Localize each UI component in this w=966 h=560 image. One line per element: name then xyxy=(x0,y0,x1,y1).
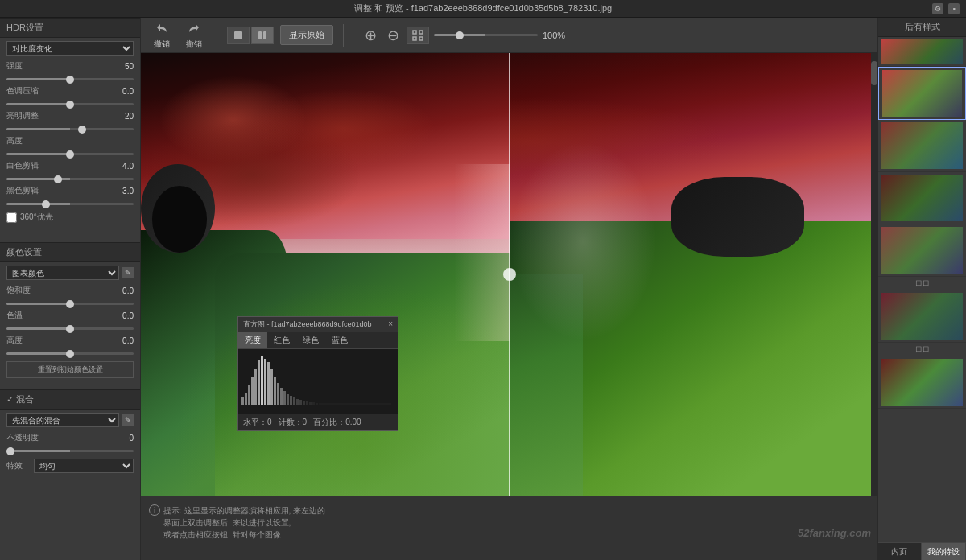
bottom-panel: i 提示: 这里显示的调整器演将相应用, 来左边的 界面上双击调整后, 来以进行… xyxy=(141,496,877,560)
undo-button[interactable]: 撤销 xyxy=(149,19,175,51)
svg-rect-12 xyxy=(258,360,260,405)
window-icon-2[interactable]: ▪ xyxy=(948,3,960,14)
color-temp-slider[interactable] xyxy=(6,327,134,330)
checkbox-360[interactable] xyxy=(6,212,17,223)
strength-slider[interactable] xyxy=(6,78,134,80)
blend-type-select[interactable]: 先混合的混合 xyxy=(6,413,119,427)
thumb-label-row-2: 口口 xyxy=(878,343,966,356)
black-clip-slider[interactable] xyxy=(6,203,134,205)
canvas-area[interactable]: 直方图 - f1ad7ab2eeeb868d9dfce01d0b35d5b8 ×… xyxy=(141,53,877,496)
svg-rect-2 xyxy=(263,31,266,39)
histogram-tab-blue[interactable]: 蓝色 xyxy=(325,332,354,348)
vertical-scrollbar[interactable] xyxy=(871,53,877,496)
tab-inner[interactable]: 内页 xyxy=(877,543,922,560)
svg-rect-23 xyxy=(293,397,295,405)
window-controls[interactable]: ⚙ ▪ xyxy=(932,3,960,14)
svg-rect-18 xyxy=(277,383,279,405)
histogram-close-button[interactable]: × xyxy=(388,319,393,330)
thumb-item-1[interactable] xyxy=(878,37,966,67)
svg-rect-30 xyxy=(316,403,318,405)
histogram-tab-red[interactable]: 红色 xyxy=(267,332,296,348)
display-original-button[interactable]: 显示原始 xyxy=(280,25,333,45)
svg-rect-9 xyxy=(248,385,250,405)
svg-rect-27 xyxy=(306,401,308,405)
highlights-row: 高度 xyxy=(0,134,140,159)
thumb-image-4 xyxy=(881,175,963,221)
histogram-title-bar: 直方图 - f1ad7ab2eeeb868d9dfce01d0b35d5b8 × xyxy=(238,317,398,332)
thumb-image-3 xyxy=(881,122,963,169)
brightness-slider[interactable] xyxy=(6,128,134,130)
toolbar-separator xyxy=(217,24,217,47)
scrollbar-thumb[interactable] xyxy=(871,61,877,85)
svg-rect-10 xyxy=(251,377,254,405)
highlights-slider[interactable] xyxy=(6,153,134,155)
redo-button[interactable]: 撤销 xyxy=(181,19,207,51)
histogram-panel: 直方图 - f1ad7ab2eeeb868d9dfce01d0b35d5b8 ×… xyxy=(237,316,398,431)
view-single-button[interactable] xyxy=(227,27,250,44)
hue-row: 高度 0.0 xyxy=(0,333,140,358)
strength-slider-row: 强度 50 xyxy=(0,59,140,84)
window-title: 调整 和 预览 - f1ad7ab2eeeb868d9dfce01d0b35d5… xyxy=(354,2,612,14)
svg-rect-29 xyxy=(312,402,315,405)
right-panel-header: 后有样式 xyxy=(878,18,966,37)
center-area: 撤销 撤销 显示原始 xyxy=(141,18,877,560)
svg-rect-15 xyxy=(267,362,270,405)
white-clip-slider[interactable] xyxy=(6,178,134,180)
svg-rect-14 xyxy=(264,359,266,405)
toolbar-separator-2 xyxy=(343,24,344,47)
color-compress-slider[interactable] xyxy=(6,103,134,105)
fit-button[interactable] xyxy=(407,27,429,44)
preset-row: 对比度变化 xyxy=(0,38,140,59)
effect-select[interactable]: 均匀 xyxy=(34,459,134,473)
reset-color-button[interactable]: 重置到初始颜色设置 xyxy=(6,361,134,378)
edit-color-icon[interactable]: ✎ xyxy=(122,267,134,278)
window-icon-1[interactable]: ⚙ xyxy=(932,3,943,14)
svg-rect-8 xyxy=(245,393,247,405)
view-split-button[interactable] xyxy=(251,27,274,44)
histogram-tab-brightness[interactable]: 亮度 xyxy=(238,332,267,348)
zoom-in-button[interactable]: ⊕ xyxy=(361,27,379,44)
zoom-slider[interactable] xyxy=(434,34,538,36)
svg-rect-11 xyxy=(254,369,257,405)
saturation-row: 饱和度 0.0 xyxy=(0,283,140,308)
view-mode-buttons xyxy=(227,27,274,44)
brightness-row: 亮明调整 20 xyxy=(0,109,140,134)
base-color-select[interactable]: 图表颜色 xyxy=(6,266,119,280)
opacity-slider[interactable] xyxy=(6,450,134,452)
tab-favorites[interactable]: 我的特设 xyxy=(922,543,966,560)
hdr-section-header: HDR设置 xyxy=(0,18,140,38)
hue-slider[interactable] xyxy=(6,352,134,355)
thumb-item-5[interactable]: ☆ xyxy=(878,224,966,277)
thumb-item-4[interactable]: ☆ xyxy=(878,172,966,224)
thumb-item-6[interactable]: ☆ xyxy=(878,290,966,343)
svg-rect-17 xyxy=(274,377,276,405)
histogram-display xyxy=(238,349,398,414)
thumb-label-row: 口口 xyxy=(878,277,966,290)
histogram-tab-green[interactable]: 绿色 xyxy=(296,332,325,348)
svg-rect-3 xyxy=(413,31,416,34)
thumb-item-3[interactable]: ☆ xyxy=(878,120,966,172)
split-handle[interactable] xyxy=(503,268,516,281)
thumb-image-5 xyxy=(881,227,963,274)
svg-rect-21 xyxy=(287,394,289,405)
original-image xyxy=(510,53,878,496)
edit-blend-icon[interactable]: ✎ xyxy=(122,414,134,426)
preset-select[interactable]: 对比度变化 xyxy=(6,41,134,56)
saturation-slider[interactable] xyxy=(6,303,134,305)
svg-rect-25 xyxy=(299,400,302,405)
zoom-out-button[interactable]: ⊖ xyxy=(384,27,402,44)
thumb-item-7[interactable]: ☆ xyxy=(878,356,966,409)
svg-rect-20 xyxy=(283,391,286,405)
svg-rect-24 xyxy=(296,399,299,405)
color-section-header: 颜色设置 xyxy=(0,242,140,262)
toolbar: 撤销 撤销 显示原始 xyxy=(141,18,877,53)
svg-rect-22 xyxy=(290,396,292,405)
zoom-slider-wrap: 100% xyxy=(434,31,575,40)
info-icon: i xyxy=(149,504,160,516)
color-temp-row: 色温 0.0 xyxy=(0,308,140,333)
main-layout: HDR设置 对比度变化 强度 50 色调压缩 0.0 xyxy=(0,18,966,560)
histogram-tabs: 亮度 红色 绿色 蓝色 xyxy=(238,332,398,349)
blend-section-header: ✓ 混合 xyxy=(0,389,140,410)
svg-rect-19 xyxy=(280,388,283,405)
thumb-item-2[interactable]: ☆ xyxy=(878,67,966,120)
